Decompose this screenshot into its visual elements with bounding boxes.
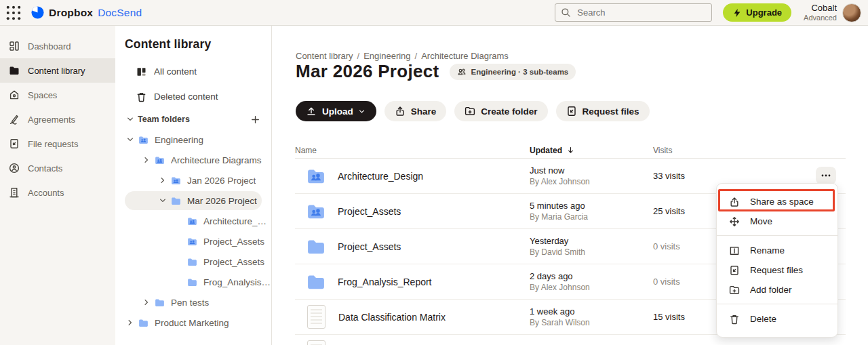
sidebar-item-agreements[interactable]: Agreements	[0, 107, 115, 131]
apps-grid-icon[interactable]	[6, 5, 21, 20]
button-label: Request files	[583, 106, 639, 117]
menu-item-delete[interactable]: Delete	[717, 309, 837, 329]
context-menu: Share as space Move Rename Request files…	[716, 183, 838, 338]
menu-item-label: Share as space	[750, 197, 814, 207]
brand-docsend-label: DocSend	[98, 7, 142, 19]
bolt-icon	[732, 8, 742, 18]
menu-divider	[717, 300, 837, 309]
dashboard-icon	[9, 41, 20, 52]
button-label: Share	[411, 106, 437, 117]
sidebar-item-label: Content library	[28, 66, 85, 76]
add-team-folder-button[interactable]	[250, 115, 260, 125]
upload-button[interactable]: Upload	[296, 101, 376, 121]
folder-icon	[304, 237, 328, 256]
dropbox-logo-icon	[31, 6, 44, 19]
sidebar-item-file-requests[interactable]: File requests	[0, 131, 115, 156]
tree-item-label: Jan 2026 Project	[187, 176, 256, 186]
tree-item-project-assets[interactable]: Project_Assets	[115, 251, 271, 272]
tree-item-jan-2026-project[interactable]: Jan 2026 Project	[115, 170, 271, 190]
tree-item-architecture-diagrams[interactable]: Architecture Diagrams	[115, 150, 271, 170]
folder-shared-icon	[154, 155, 165, 165]
request-files-button[interactable]: Request files	[556, 101, 650, 121]
menu-item-rename[interactable]: Rename	[717, 241, 837, 260]
avatar[interactable]	[842, 3, 861, 22]
chevron-down-small-icon	[357, 107, 366, 116]
tree-item-deleted-content[interactable]: Deleted content	[115, 84, 271, 109]
sidebar-item-dashboard[interactable]: Dashboard	[0, 34, 115, 58]
tree-item-mar-2026-project[interactable]: Mar 2026 Project	[115, 190, 271, 211]
add-folder-icon	[729, 285, 740, 296]
team-badge-label: Engineering · 3 sub-teams	[471, 68, 568, 76]
create-folder-button[interactable]: Create folder	[454, 101, 547, 121]
file-name[interactable]: Project_Assets	[338, 206, 401, 217]
brand-logo[interactable]: Dropbox DocSend	[31, 6, 142, 19]
tree-item-team-folders[interactable]: Team folders	[115, 109, 271, 129]
tree-item-engineering[interactable]: Engineering	[115, 129, 271, 150]
actions-toolbar: Upload Share Create folder Request files	[296, 101, 650, 121]
share-button[interactable]: Share	[384, 101, 447, 121]
chevron-down-icon	[125, 115, 135, 124]
sort-down-icon	[566, 146, 575, 155]
sidebar-item-contacts[interactable]: Contacts	[0, 156, 115, 180]
folder-shared-icon	[170, 176, 182, 186]
sidebar-item-content-library[interactable]: Content library	[0, 58, 115, 83]
menu-divider	[717, 231, 837, 241]
page-title: Mar 2026 Project	[296, 61, 439, 82]
app-sidebar: Dashboard Content library Spaces Agreeme…	[0, 25, 115, 345]
file-name[interactable]: Project_Assets	[338, 241, 401, 252]
account-name: Cobalt	[804, 3, 837, 14]
upgrade-button[interactable]: Upgrade	[723, 3, 791, 22]
menu-item-request-files[interactable]: Request files	[717, 260, 837, 280]
sidebar-item-accounts[interactable]: Accounts	[0, 180, 115, 205]
search-input[interactable]	[576, 7, 680, 18]
sidebar-item-label: File requests	[28, 139, 78, 149]
create-folder-icon	[465, 106, 475, 117]
sidebar-item-spaces[interactable]: Spaces	[0, 83, 115, 107]
tree-item-architecture-d[interactable]: Architecture_D...	[115, 211, 271, 231]
tree-item-label: Mar 2026 Project	[187, 196, 257, 206]
breadcrumb-item[interactable]: Content library	[296, 51, 353, 61]
tree-item-label: Deleted content	[154, 92, 218, 102]
menu-item-share-as-space[interactable]: Share as space	[717, 192, 837, 211]
file-name[interactable]: Architecture_Design	[338, 171, 423, 182]
row-more-button[interactable]	[816, 167, 836, 184]
tree-item-label: All content	[154, 66, 197, 77]
menu-item-add-folder[interactable]: Add folder	[717, 280, 837, 300]
tree-item-project-assets[interactable]: Project_Assets	[115, 231, 271, 251]
updated-time: 5 minutes ago	[530, 200, 653, 212]
file-name[interactable]: Frog_Analysis_Report	[338, 277, 432, 287]
updated-time: 2 days ago	[530, 270, 653, 283]
updated-cell: 1 week ago By Sarah Wilson	[530, 306, 653, 329]
tree-item-product-marketing[interactable]: Product Marketing	[115, 312, 271, 333]
column-name[interactable]: Name	[295, 146, 530, 155]
breadcrumb-item[interactable]: Architecture Diagrams	[421, 51, 509, 61]
content-library-icon	[9, 65, 20, 76]
column-updated[interactable]: Updated	[530, 146, 653, 155]
tree-item-label: Pen tests	[171, 298, 209, 308]
tree-item-pen-tests[interactable]: Pen tests	[115, 292, 271, 312]
upload-icon	[306, 106, 317, 117]
menu-item-label: Delete	[750, 314, 776, 324]
folder-icon	[138, 318, 149, 328]
tree-item-all-content[interactable]: All content	[115, 59, 271, 84]
sidebar-item-label: Contacts	[28, 163, 62, 174]
top-bar: Dropbox DocSend Upgrade Cobalt Advanced	[0, 0, 868, 26]
folder-shared-icon	[138, 135, 149, 145]
contacts-icon	[9, 163, 20, 174]
updated-by: By Alex Johnson	[530, 176, 653, 187]
tree-item-label: Architecture_D...	[203, 216, 271, 226]
column-visits[interactable]: Visits	[653, 146, 846, 155]
updated-cell: Yesterday By David Smith	[530, 235, 653, 258]
updated-by: By Sarah Wilson	[530, 317, 653, 328]
menu-item-move[interactable]: Move	[717, 211, 837, 231]
tree-item-frog-analysis[interactable]: Frog_Analysis_...	[115, 272, 271, 292]
chevron-right-icon	[158, 176, 167, 185]
team-badge[interactable]: Engineering · 3 sub-teams	[450, 64, 576, 80]
breadcrumb-item[interactable]: Engineering	[363, 51, 410, 61]
account-plan: Advanced	[804, 14, 837, 22]
search-box[interactable]	[555, 3, 712, 22]
file-requests-icon	[9, 138, 20, 149]
chevron-down-icon	[158, 196, 167, 205]
file-name[interactable]: Data Classification Matrix	[338, 312, 446, 323]
table-header: Name Updated Visits	[295, 142, 846, 158]
